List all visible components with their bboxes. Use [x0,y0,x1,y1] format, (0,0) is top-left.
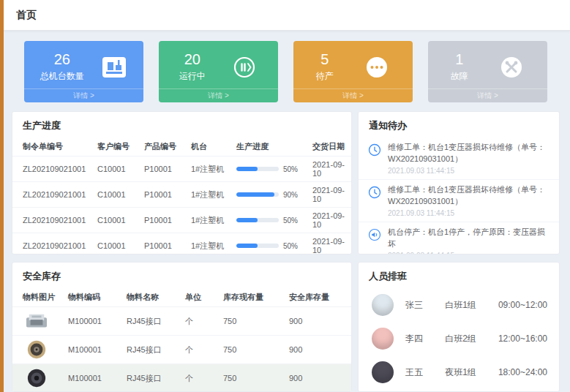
cell-product: P10001 [141,157,188,182]
cell-product: P10001 [141,208,188,233]
cell-machine: 1#注塑机 [188,208,233,233]
cell-customer: C10001 [94,233,141,255]
column-header-stock: 库存现有量 [220,288,286,307]
card-text: 5 待产 [316,51,334,83]
cell-code: M100001 [65,307,124,336]
card-text: 20 运行中 [179,51,206,83]
cell-order: ZL202109021001 [12,233,94,255]
cell-safety: 900 [286,336,351,364]
stat-card-running[interactable]: 20 运行中 详情 > [159,41,278,102]
table-header-row: 物料图片 物料编码 物料名称 单位 库存现有量 安全库存量 [12,288,351,307]
notification-body: 机台停产：机台1停产，停产原因：变压器损坏 2021.09.03 11:44:1… [388,227,550,255]
card-text: 26 总机台数量 [40,51,84,83]
progress-label: 50% [283,242,298,250]
production-progress-title: 生产进度 [12,112,351,137]
cell-progress: 50% [233,208,310,233]
cell-progress: 50% [233,233,310,255]
notification-time: 2021.09.03 11:44:15 [388,167,550,175]
notification-text: 维修工单：机台1变压器损坏待维修（单号：WX202109031001） [388,184,550,208]
progress-bar [236,167,279,171]
production-progress-panel: 生产进度 制令单编号 客户编号 产品编号 机台 生产进度 交货日期 ZL2021 [12,111,352,255]
notification-body: 维修工单：机台1变压器损坏待维修（单号：WX202109031001） 2021… [388,184,550,217]
cell-date: 2021-09-10 [310,233,351,255]
cell-image [12,364,65,392]
inventory-panel: 安全库存 物料图片 物料编码 物料名称 单位 库存现有量 安全库存量 [12,262,352,392]
column-header-order: 制令单编号 [12,137,94,157]
avatar [372,294,394,316]
stat-card-total-machines[interactable]: 26 总机台数量 详情 > [24,41,143,102]
notification-text: 机台停产：机台1停产，停产原因：变压器损坏 [388,227,550,250]
cell-date: 2021-09-10 [310,157,351,182]
cell-machine: 1#注塑机 [188,157,233,182]
detail-link-waiting[interactable]: 详情 > [293,88,413,102]
running-value: 20 [179,51,206,67]
cell-stock: 750 [220,336,286,364]
running-icon [231,54,258,80]
column-header-machine: 机台 [188,137,233,157]
detail-link-total-machines[interactable]: 详情 > [24,88,143,102]
left-accent-strip [0,0,4,392]
stat-card-fault[interactable]: 1 故障 详情 > [428,41,547,102]
table-row: ZL202109021001 C10001 P10001 1#注塑机 50% 2… [12,208,351,233]
fault-value: 1 [451,51,468,67]
person-name: 李四 [405,333,445,345]
machine-icon [101,54,127,80]
shift-time: 12:00~16:00 [498,333,547,344]
speaker-icon [367,227,382,242]
cell-customer: C10001 [94,157,141,182]
stat-cards-row: 26 总机台数量 详情 > 20 运行中 详情 > [12,39,560,102]
table-header-row: 制令单编号 客户编号 产品编号 机台 生产进度 交货日期 [12,137,351,157]
panel-grid: 生产进度 制令单编号 客户编号 产品编号 机台 生产进度 交货日期 ZL2021 [12,111,560,392]
cell-name: RJ45接口 [124,336,182,364]
notifications-title: 通知待办 [359,112,559,137]
notifications-panel: 通知待办 维修工单：机台1变压器损坏待维修（单号：WX202109031001）… [358,111,560,255]
cell-name: RJ45接口 [124,307,182,336]
progress-label: 50% [283,165,298,173]
cell-stock: 750 [220,307,286,336]
column-header-name: 物料名称 [124,288,182,307]
card-main: 5 待产 [293,41,413,88]
shift-label: 白班2组 [445,333,498,345]
progress-label: 50% [283,216,298,225]
progress-label: 90% [283,191,298,199]
production-table: 制令单编号 客户编号 产品编号 机台 生产进度 交货日期 ZL202109021… [12,137,351,255]
table-row: ZL202109021001 C10001 P10001 1#注塑机 50% 2… [12,157,351,182]
cell-progress: 50% [233,157,310,182]
cell-customer: C10001 [94,208,141,233]
cell-machine: 1#注塑机 [188,182,233,208]
card-text: 1 故障 [451,51,468,83]
column-header-customer: 客户编号 [94,137,141,157]
shift-time: 18:00~24:00 [498,367,547,377]
cell-order: ZL202109021001 [12,208,94,233]
schedule-row: 张三 白班1组 09:00~12:00 [359,288,559,322]
top-bar: 首页 [0,0,570,31]
cell-name: RJ45接口 [124,364,182,392]
avatar [372,361,394,383]
fault-label: 故障 [451,70,468,83]
speaker-image [23,368,50,388]
progress-bar [236,218,279,222]
inventory-table: 物料图片 物料编码 物料名称 单位 库存现有量 安全库存量 [12,288,351,392]
notification-body: 维修工单：机台1变压器损坏待维修（单号：WX202109031001） 2021… [388,142,550,175]
cell-image [12,307,65,336]
notification-item[interactable]: 维修工单：机台1变压器损坏待维修（单号：WX202109031001） 2021… [359,137,559,180]
stat-card-waiting[interactable]: 5 待产 详情 > [293,41,413,102]
notification-item[interactable]: 维修工单：机台1变压器损坏待维修（单号：WX202109031001） 2021… [359,180,559,222]
cell-product: P10001 [141,233,188,255]
column-header-product: 产品编号 [141,137,188,157]
column-header-unit: 单位 [182,288,220,307]
schedule-panel: 人员排班 张三 白班1组 09:00~12:00 李四 白班2组 12:00~1… [358,262,560,392]
card-main: 20 运行中 [159,41,278,88]
card-main: 1 故障 [428,41,547,88]
cell-customer: C10001 [94,182,141,208]
page-title: 首页 [16,9,37,22]
card-main: 26 总机台数量 [24,41,143,88]
notification-item[interactable]: 机台停产：机台1停产，停产原因：变压器损坏 2021.09.03 11:44:1… [359,222,559,255]
cell-order: ZL202109021001 [12,182,94,208]
cell-unit: 个 [182,336,220,364]
detail-link-fault[interactable]: 详情 > [428,88,547,102]
cell-machine: 1#注塑机 [188,233,233,255]
detail-link-running[interactable]: 详情 > [159,88,278,102]
cell-safety: 900 [286,364,351,392]
table-row: ZL202109021001 C10001 P10001 1#注塑机 90% 2… [12,182,351,208]
